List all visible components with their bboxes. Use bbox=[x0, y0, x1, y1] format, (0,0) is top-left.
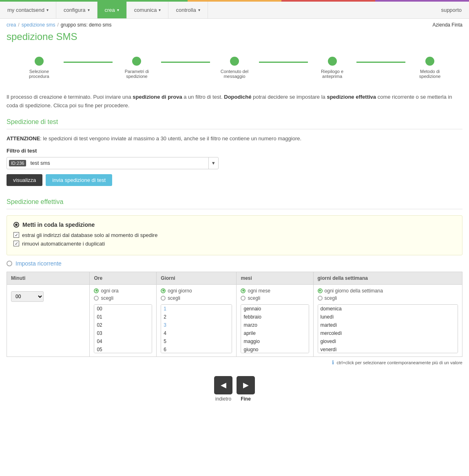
checkbox-estrai[interactable] bbox=[13, 232, 19, 238]
list-item[interactable]: martedì bbox=[318, 321, 458, 329]
queue-radio[interactable] bbox=[13, 222, 19, 228]
list-item[interactable]: 3 bbox=[161, 321, 232, 329]
visualizza-button[interactable]: visualizza bbox=[7, 174, 42, 186]
wizard-dot-4 bbox=[328, 57, 337, 66]
checkbox-estrai-label: estrai gli indirizzi dal database solo a… bbox=[22, 232, 157, 238]
minutes-select[interactable]: 00 bbox=[11, 291, 44, 302]
queue-label: Metti in coda la spedizione bbox=[22, 221, 95, 228]
list-item[interactable]: aprile bbox=[241, 329, 308, 337]
col-giorni: Giorni bbox=[157, 272, 237, 284]
nav-item-configura[interactable]: configura ▾ bbox=[56, 2, 97, 18]
nav-item-mycontactsend[interactable]: my contactsend ▾ bbox=[0, 2, 56, 18]
list-item[interactable]: gennaio bbox=[241, 305, 308, 313]
list-item[interactable]: 2 bbox=[161, 313, 232, 321]
list-item[interactable]: mercoledì bbox=[318, 329, 458, 337]
settimana-list[interactable]: domenica lunedì martedì mercoledì gioved… bbox=[318, 304, 458, 353]
bottom-nav: ◀ indietro ▶ Fine bbox=[7, 368, 462, 406]
settimana-radio-scegli[interactable] bbox=[318, 296, 323, 301]
col-mesi: mesi bbox=[237, 272, 313, 284]
list-item[interactable]: marzo bbox=[241, 321, 308, 329]
breadcrumb-spedizione-sms[interactable]: spedizione sms bbox=[22, 22, 55, 28]
nav-item-comunica[interactable]: comunica ▾ bbox=[127, 2, 169, 18]
list-item[interactable]: giovedì bbox=[318, 337, 458, 345]
list-item[interactable]: maggio bbox=[241, 337, 308, 345]
arrow-controlla: ▾ bbox=[198, 8, 200, 12]
cell-giorni: ogni giorno scegli 1 2 3 4 5 6 bbox=[157, 284, 237, 356]
mesi-radio-ogni[interactable] bbox=[241, 288, 246, 293]
filter-select[interactable]: ID:236 test sms ▾ bbox=[7, 157, 219, 169]
list-item[interactable]: 6 bbox=[161, 345, 232, 353]
breadcrumb-current: gruppo sms: demo sms bbox=[61, 22, 112, 28]
ctrl-hint: ℹ ctrl+click per selezionare contemporan… bbox=[7, 357, 462, 368]
top-nav: my contactsend ▾ configura ▾ crea ▾ comu… bbox=[0, 2, 469, 19]
ore-scegli-label: scegli bbox=[101, 295, 113, 301]
giorni-ogni-label: ogni giorno bbox=[168, 288, 192, 294]
wizard: Selezione procedura Parametri di spedizi… bbox=[7, 51, 462, 85]
filter-label: Filtro di test bbox=[7, 148, 462, 154]
ore-ogni-label: ogni ora bbox=[101, 288, 118, 294]
arrow-crea: ▾ bbox=[117, 8, 119, 12]
invia-test-button[interactable]: invia spedizione di test bbox=[46, 174, 112, 186]
wizard-label-3: Contenuto del messaggio bbox=[214, 69, 255, 79]
col-settimana: giorni della settimana bbox=[313, 272, 462, 284]
breadcrumb-crea[interactable]: crea bbox=[7, 22, 16, 28]
nav-label-controlla: controlla bbox=[176, 7, 196, 13]
mesi-list[interactable]: gennaio febbraio marzo aprile maggio giu… bbox=[241, 304, 309, 353]
back-button[interactable]: ◀ bbox=[214, 376, 232, 394]
giorni-radio-scegli[interactable] bbox=[161, 296, 166, 301]
list-item[interactable]: 04 bbox=[94, 337, 152, 345]
schedule-table: Minuti Ore Giorni mesi giorni della sett… bbox=[7, 272, 462, 357]
wizard-line-2 bbox=[161, 62, 210, 63]
list-item[interactable]: 05 bbox=[94, 345, 152, 353]
nav-item-crea[interactable]: crea ▾ bbox=[97, 2, 127, 18]
arrow-mycontactsend: ▾ bbox=[46, 8, 49, 12]
list-item[interactable]: venerdì bbox=[318, 345, 458, 353]
list-item[interactable]: 03 bbox=[94, 329, 152, 337]
finish-button[interactable]: ▶ bbox=[237, 376, 255, 394]
settimana-ogni-label: ogni giorno della settimana bbox=[325, 288, 383, 294]
warning-text: : le spedizioni di test vengono inviate … bbox=[40, 135, 301, 142]
list-item[interactable]: 5 bbox=[161, 337, 232, 345]
wizard-step-5: Metodo di spedizione bbox=[405, 57, 454, 79]
ore-radio-ogni[interactable] bbox=[94, 288, 99, 293]
wizard-label-1: Selezione procedura bbox=[19, 69, 60, 79]
nav-label-crea: crea bbox=[105, 7, 115, 13]
giorni-scegli-label: scegli bbox=[168, 295, 180, 301]
list-item[interactable]: domenica bbox=[318, 305, 458, 313]
mesi-ogni-label: ogni mese bbox=[248, 288, 270, 294]
list-item[interactable]: giugno bbox=[241, 345, 308, 353]
warning-bold: ATTENZIONE bbox=[7, 135, 40, 142]
nav-label-configura: configura bbox=[64, 7, 85, 13]
back-label: indietro bbox=[215, 396, 231, 402]
list-item[interactable]: 01 bbox=[94, 313, 152, 321]
wizard-label-4: Riepilogo e anteprima bbox=[312, 69, 353, 79]
list-item[interactable]: 00 bbox=[94, 305, 152, 313]
test-section-title: Spedizione di test bbox=[7, 118, 462, 129]
wizard-step-1: Selezione procedura bbox=[15, 57, 64, 79]
cell-mesi: ogni mese scegli gennaio febbraio marzo … bbox=[237, 284, 313, 356]
recurring-label: Imposta ricorrente bbox=[15, 260, 62, 267]
nav-support[interactable]: supporto bbox=[434, 2, 469, 18]
mesi-radio-scegli[interactable] bbox=[241, 296, 246, 301]
filter-select-text: test sms bbox=[28, 160, 208, 166]
checkbox-rimuovi-label: rimuovi automaticamente i duplicati bbox=[22, 241, 105, 247]
filter-dropdown-arrow[interactable]: ▾ bbox=[208, 157, 218, 169]
nav-label-mycontactsend: my contactsend bbox=[7, 7, 44, 13]
checkbox-rimuovi[interactable] bbox=[13, 241, 19, 246]
giorni-list[interactable]: 1 2 3 4 5 6 bbox=[161, 304, 232, 353]
ore-radio-scegli[interactable] bbox=[94, 296, 99, 301]
ore-list[interactable]: 00 01 02 03 04 05 bbox=[94, 304, 152, 353]
nav-item-controlla[interactable]: controlla ▾ bbox=[168, 2, 208, 18]
list-item[interactable]: 02 bbox=[94, 321, 152, 329]
recurring-radio[interactable] bbox=[7, 261, 12, 266]
list-item[interactable]: lunedì bbox=[318, 313, 458, 321]
list-item[interactable]: febbraio bbox=[241, 313, 308, 321]
list-item[interactable]: 4 bbox=[161, 329, 232, 337]
list-item[interactable]: 1 bbox=[161, 305, 232, 313]
settimana-radio-ogni[interactable] bbox=[318, 288, 323, 293]
wizard-label-5: Metodo di spedizione bbox=[409, 69, 450, 79]
wizard-dot-1 bbox=[35, 57, 44, 66]
filter-id-badge: ID:236 bbox=[9, 160, 26, 166]
wizard-dot-5 bbox=[425, 57, 434, 66]
giorni-radio-ogni[interactable] bbox=[161, 288, 166, 293]
